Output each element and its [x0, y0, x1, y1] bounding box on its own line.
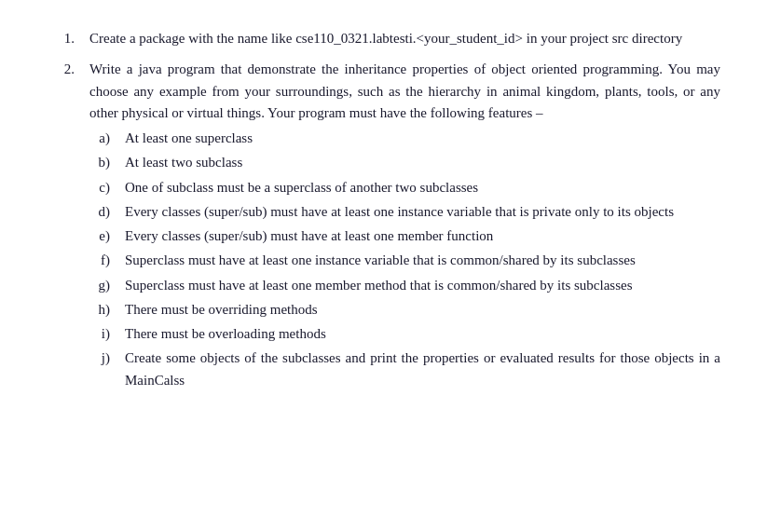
sub-item-a-content: At least one superclass	[125, 128, 720, 149]
list-item-2-intro: Write a java program that demonstrate th…	[89, 61, 720, 120]
sub-item-c: One of subclass must be a superclass of …	[89, 177, 720, 198]
sub-item-f-text: Superclass must have at least one instan…	[125, 252, 636, 267]
sub-item-d: Every classes (super/sub) must have at l…	[89, 201, 720, 223]
sub-item-f: Superclass must have at least one instan…	[89, 250, 720, 271]
sub-item-e-content: Every classes (super/sub) must have at l…	[125, 225, 720, 247]
sub-item-i: There must be overloading methods	[89, 323, 720, 345]
list-item-1: Create a package with the name like cse1…	[56, 28, 720, 49]
sub-item-g-content: Superclass must have at least one member…	[125, 275, 720, 296]
sub-item-j-text: Create some objects of the subclasses an…	[125, 350, 720, 387]
sub-item-b-text: At least two subclass	[125, 155, 242, 170]
sub-item-g-text: Superclass must have at least one member…	[125, 278, 632, 293]
list-item-2-content: Write a java program that demonstrate th…	[89, 59, 720, 394]
sub-item-d-text: Every classes (super/sub) must have at l…	[125, 204, 674, 219]
sub-item-h-text: There must be overriding methods	[125, 302, 318, 317]
sub-item-j: Create some objects of the subclasses an…	[89, 348, 720, 391]
sub-item-a-text: At least one superclass	[125, 130, 253, 145]
page-content: Create a package with the name like cse1…	[56, 28, 720, 394]
sub-item-i-content: There must be overloading methods	[125, 323, 720, 345]
main-list: Create a package with the name like cse1…	[56, 28, 720, 394]
sub-list: At least one superclass At least two sub…	[89, 128, 720, 391]
list-item-1-text: Create a package with the name like cse1…	[89, 31, 682, 46]
sub-item-c-content: One of subclass must be a superclass of …	[125, 177, 720, 198]
list-item-2: Write a java program that demonstrate th…	[56, 59, 720, 394]
sub-item-f-content: Superclass must have at least one instan…	[125, 250, 720, 271]
sub-item-h-content: There must be overriding methods	[125, 299, 720, 321]
sub-item-g: Superclass must have at least one member…	[89, 275, 720, 296]
sub-item-d-content: Every classes (super/sub) must have at l…	[125, 201, 720, 223]
sub-item-b: At least two subclass	[89, 152, 720, 173]
sub-item-j-content: Create some objects of the subclasses an…	[125, 348, 720, 391]
sub-item-c-text: One of subclass must be a superclass of …	[125, 180, 478, 195]
sub-item-i-text: There must be overloading methods	[125, 326, 326, 341]
sub-item-h: There must be overriding methods	[89, 299, 720, 321]
sub-item-b-content: At least two subclass	[125, 152, 720, 173]
sub-item-e-text: Every classes (super/sub) must have at l…	[125, 228, 493, 243]
list-item-1-content: Create a package with the name like cse1…	[89, 28, 720, 49]
sub-item-e: Every classes (super/sub) must have at l…	[89, 225, 720, 247]
sub-item-a: At least one superclass	[89, 128, 720, 149]
